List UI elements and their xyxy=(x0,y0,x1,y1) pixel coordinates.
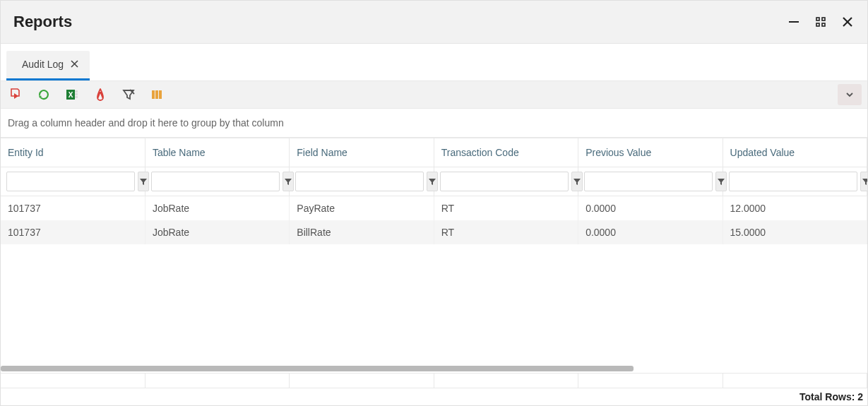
filter-button-entity-id[interactable] xyxy=(138,172,149,191)
filter-icon xyxy=(283,177,293,186)
filter-button-transaction-code[interactable] xyxy=(571,172,583,191)
cell-transaction-code: RT xyxy=(434,196,578,221)
window-title: Reports xyxy=(13,13,72,31)
horizontal-scrollbar[interactable] xyxy=(1,366,867,373)
filter-icon xyxy=(861,177,867,186)
table-row[interactable]: 101737 JobRate PayRate RT 0.0000 12.0000 xyxy=(1,196,867,221)
filter-icon xyxy=(716,177,726,186)
filter-input-table-name[interactable] xyxy=(151,172,280,191)
maximize-icon xyxy=(815,16,826,28)
window-frame: Reports Audit Log xyxy=(0,0,868,406)
report-toolbar: X xyxy=(1,80,867,109)
excel-icon: X xyxy=(65,88,79,102)
filter-input-updated-value[interactable] xyxy=(729,172,857,191)
grid-empty-area xyxy=(1,244,867,373)
pdf-icon xyxy=(93,88,107,102)
close-icon xyxy=(841,16,854,28)
cell-previous-value: 0.0000 xyxy=(578,196,723,221)
filter-row xyxy=(1,167,867,196)
col-header-transaction-code[interactable]: Transaction Code xyxy=(434,138,578,167)
clear-filter-button[interactable] xyxy=(119,85,138,104)
window-controls xyxy=(787,15,855,29)
cell-transaction-code: RT xyxy=(434,220,578,244)
close-icon xyxy=(71,60,78,68)
filter-button-field-name[interactable] xyxy=(427,172,438,191)
svg-rect-11 xyxy=(75,90,78,92)
cell-entity-id: 101737 xyxy=(1,220,145,244)
group-by-drop-area[interactable]: Drag a column header and drop it here to… xyxy=(1,109,867,138)
minimize-icon xyxy=(787,16,800,28)
svg-rect-4 xyxy=(822,23,825,26)
table-row[interactable]: 101737 JobRate BillRate RT 0.0000 15.000… xyxy=(1,220,867,244)
export-excel-button[interactable]: X xyxy=(63,85,81,104)
svg-rect-2 xyxy=(822,18,825,20)
footer-total-rows: Total Rows: 2 xyxy=(1,388,867,405)
filter-button-table-name[interactable] xyxy=(283,172,294,191)
svg-rect-17 xyxy=(159,90,162,99)
titlebar: Reports xyxy=(1,1,867,44)
cell-previous-value: 0.0000 xyxy=(578,220,723,244)
svg-rect-1 xyxy=(816,18,819,20)
cell-updated-value: 15.0000 xyxy=(723,220,867,244)
export-pdf-button[interactable] xyxy=(91,85,109,104)
data-grid: Entity Id Table Name Field Name Transact… xyxy=(1,138,867,388)
filter-icon xyxy=(572,177,582,186)
cell-entity-id: 101737 xyxy=(1,196,145,221)
svg-text:X: X xyxy=(69,91,73,99)
filter-input-transaction-code[interactable] xyxy=(440,172,569,191)
filter-input-previous-value[interactable] xyxy=(584,172,713,191)
cell-updated-value: 12.0000 xyxy=(723,196,867,221)
tab-close-button[interactable] xyxy=(71,58,78,70)
chevron-down-icon xyxy=(845,90,855,100)
col-header-field-name[interactable]: Field Name xyxy=(290,138,434,167)
filter-button-previous-value[interactable] xyxy=(715,172,727,191)
filter-button-updated-value[interactable] xyxy=(860,172,867,191)
summary-row xyxy=(1,373,867,388)
tab-audit-log[interactable]: Audit Log xyxy=(6,51,90,80)
svg-rect-15 xyxy=(152,90,155,99)
column-chooser-button[interactable] xyxy=(148,85,166,104)
svg-rect-12 xyxy=(75,93,78,95)
toolbar-dropdown-button[interactable] xyxy=(838,84,862,105)
minimize-button[interactable] xyxy=(787,15,801,29)
columns-icon xyxy=(150,88,164,102)
scrollbar-thumb[interactable] xyxy=(1,366,634,371)
svg-rect-16 xyxy=(155,90,158,99)
col-header-updated-value[interactable]: Updated Value xyxy=(723,138,867,167)
svg-rect-3 xyxy=(816,23,819,26)
cell-field-name: PayRate xyxy=(290,196,434,221)
close-button[interactable] xyxy=(840,15,855,29)
cell-table-name: JobRate xyxy=(145,196,289,221)
run-report-icon xyxy=(8,88,23,102)
toolbar-left: X xyxy=(6,85,166,104)
header-row: Entity Id Table Name Field Name Transact… xyxy=(1,138,867,167)
refresh-icon xyxy=(37,88,51,102)
clear-filter-icon xyxy=(121,88,136,102)
cell-table-name: JobRate xyxy=(145,220,289,244)
refresh-button[interactable] xyxy=(35,85,53,104)
run-report-button[interactable] xyxy=(6,85,25,104)
filter-icon xyxy=(138,177,148,186)
filter-input-entity-id[interactable] xyxy=(6,172,135,191)
svg-rect-13 xyxy=(75,96,78,98)
col-header-previous-value[interactable]: Previous Value xyxy=(578,138,723,167)
tab-label: Audit Log xyxy=(22,59,64,70)
filter-icon xyxy=(427,177,437,186)
cell-field-name: BillRate xyxy=(290,220,434,244)
col-header-table-name[interactable]: Table Name xyxy=(145,138,289,167)
maximize-button[interactable] xyxy=(814,15,828,29)
tabs-bar: Audit Log xyxy=(1,44,867,80)
filter-input-field-name[interactable] xyxy=(295,172,424,191)
col-header-entity-id[interactable]: Entity Id xyxy=(1,138,145,167)
